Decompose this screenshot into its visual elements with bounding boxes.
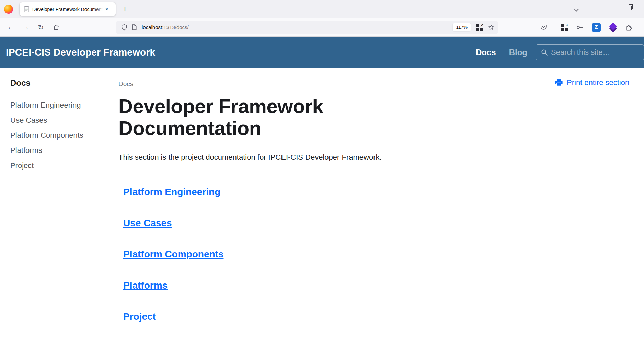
right-sidebar: Print entire section (543, 68, 644, 338)
sidebar-divider (10, 93, 96, 93)
list-all-tabs-chevron-icon[interactable] (574, 7, 578, 11)
reload-button[interactable]: ↻ (35, 22, 47, 33)
layers-extension-icon[interactable] (609, 23, 617, 32)
zotero-extension-icon[interactable]: Z (592, 23, 601, 32)
tab-separator (16, 5, 16, 14)
address-bar[interactable]: localhost:1313/docs/ 117% ↗ (116, 21, 498, 34)
window-restore-button[interactable] (628, 6, 632, 10)
bookmark-star-icon[interactable] (488, 24, 495, 31)
extensions-grid-plus-icon[interactable]: + (561, 24, 568, 31)
browser-tab-bar: Developer Framework Documentation ✕ + (0, 0, 644, 18)
window-minimize-button[interactable] (607, 10, 612, 10)
site-info-page-icon[interactable] (131, 24, 137, 31)
toolbar-extension-area: + Z (540, 23, 644, 32)
active-tab[interactable]: Developer Framework Documentation ✕ (20, 2, 116, 16)
main-content: Docs Developer Framework Documentation T… (108, 68, 543, 338)
navbar-links: Docs Blog (476, 44, 644, 60)
docs-sidebar: Docs Platform Engineering Use Cases Plat… (0, 68, 108, 338)
sidebar-item-use-cases[interactable]: Use Cases (10, 113, 108, 128)
page-content: IPCEI-CIS Developer Framework Docs Blog … (0, 37, 644, 338)
site-search-box[interactable] (536, 44, 644, 60)
page-favicon-icon (24, 6, 29, 12)
password-key-icon[interactable] (576, 24, 584, 31)
sidebar-item-project[interactable]: Project (10, 158, 108, 173)
firefox-logo-icon[interactable] (4, 5, 13, 14)
print-entire-section-link[interactable]: Print entire section (554, 78, 644, 87)
home-button[interactable] (50, 22, 62, 33)
site-brand[interactable]: IPCEI-CIS Developer Framework (6, 47, 155, 58)
section-links: Platform Engineering Use Cases Platform … (118, 187, 536, 322)
search-icon (541, 49, 548, 56)
sidebar-item-platform-components[interactable]: Platform Components (10, 128, 108, 143)
url-host: localhost (142, 24, 162, 30)
page-title: Developer Framework Documentation (118, 95, 427, 139)
section-link-project[interactable]: Project (123, 311, 156, 322)
browser-toolbar: ← → ↻ localhost:1313/docs/ 117% ↗ + Z (0, 18, 644, 37)
search-input[interactable] (551, 48, 633, 57)
sidebar-item-platforms[interactable]: Platforms (10, 143, 108, 158)
back-button[interactable]: ← (5, 22, 16, 33)
forward-button[interactable]: → (20, 22, 32, 33)
url-text[interactable]: localhost:1313/docs/ (142, 24, 189, 30)
tab-title-fade (94, 4, 105, 14)
site-navbar: IPCEI-CIS Developer Framework Docs Blog (0, 37, 644, 68)
tracking-shield-icon[interactable] (121, 24, 128, 31)
nav-link-docs[interactable]: Docs (476, 48, 496, 57)
extension-grid-arrow-icon[interactable]: ↗ (476, 24, 483, 31)
url-path: :1313/docs/ (162, 24, 189, 30)
content-row: Docs Platform Engineering Use Cases Plat… (0, 68, 644, 338)
zoom-level-button[interactable]: 117% (453, 23, 471, 31)
sidebar-item-platform-engineering[interactable]: Platform Engineering (10, 98, 108, 113)
breadcrumb[interactable]: Docs (118, 80, 536, 88)
page-description: This section is the project documentatio… (118, 153, 536, 162)
section-link-use-cases[interactable]: Use Cases (123, 218, 172, 228)
section-link-platform-components[interactable]: Platform Components (123, 249, 223, 259)
section-link-platform-engineering[interactable]: Platform Engineering (123, 186, 220, 197)
section-link-platforms[interactable]: Platforms (123, 280, 168, 291)
print-link-label: Print entire section (567, 78, 629, 87)
sidebar-heading: Docs (10, 78, 108, 88)
pocket-icon[interactable] (540, 24, 547, 31)
new-tab-button[interactable]: + (119, 3, 131, 15)
content-divider (118, 171, 536, 171)
printer-icon (554, 78, 563, 87)
puzzle-extensions-icon[interactable] (625, 24, 633, 31)
sidebar-nav: Platform Engineering Use Cases Platform … (10, 98, 108, 173)
tab-title: Developer Framework Documentation (32, 7, 103, 12)
nav-link-blog[interactable]: Blog (509, 48, 527, 57)
